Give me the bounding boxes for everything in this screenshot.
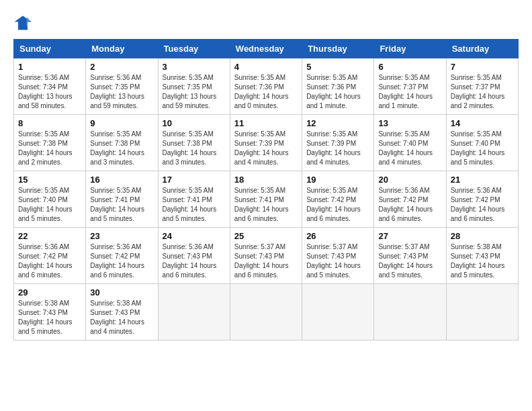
day-info: Sunrise: 5:35 AM Sunset: 7:36 PM Dayligh… [306,73,369,111]
day-number: 16 [90,175,153,185]
calendar-cell: 26Sunrise: 5:37 AM Sunset: 7:43 PM Dayli… [302,228,374,284]
calendar-cell: 28Sunrise: 5:38 AM Sunset: 7:43 PM Dayli… [446,228,518,284]
day-info: Sunrise: 5:35 AM Sunset: 7:38 PM Dayligh… [163,130,226,167]
day-info: Sunrise: 5:36 AM Sunset: 7:34 PM Dayligh… [18,73,81,111]
calendar-cell: 14Sunrise: 5:35 AM Sunset: 7:40 PM Dayli… [446,115,518,171]
day-number: 9 [90,118,153,128]
calendar-cell: 5Sunrise: 5:35 AM Sunset: 7:36 PM Daylig… [302,58,374,115]
day-number: 13 [378,118,441,128]
day-info: Sunrise: 5:37 AM Sunset: 7:43 PM Dayligh… [306,242,369,280]
weekday-header-monday: Monday [86,40,158,58]
day-number: 25 [234,231,298,241]
calendar-cell: 2Sunrise: 5:36 AM Sunset: 7:35 PM Daylig… [86,58,158,115]
day-info: Sunrise: 5:36 AM Sunset: 7:43 PM Dayligh… [163,242,226,280]
day-info: Sunrise: 5:38 AM Sunset: 7:43 PM Dayligh… [451,242,514,280]
day-number: 18 [234,175,298,185]
day-info: Sunrise: 5:35 AM Sunset: 7:40 PM Dayligh… [18,186,81,224]
logo [13,13,35,32]
day-info: Sunrise: 5:37 AM Sunset: 7:43 PM Dayligh… [378,242,441,280]
day-number: 2 [90,62,153,72]
day-info: Sunrise: 5:35 AM Sunset: 7:38 PM Dayligh… [18,130,81,167]
day-info: Sunrise: 5:37 AM Sunset: 7:43 PM Dayligh… [234,242,298,280]
calendar-week-1: 1Sunrise: 5:36 AM Sunset: 7:34 PM Daylig… [14,58,519,115]
day-number: 24 [163,231,226,241]
day-info: Sunrise: 5:36 AM Sunset: 7:42 PM Dayligh… [18,242,81,280]
day-number: 29 [18,287,81,298]
calendar-cell: 16Sunrise: 5:35 AM Sunset: 7:41 PM Dayli… [86,171,158,228]
calendar-cell: 29Sunrise: 5:38 AM Sunset: 7:43 PM Dayli… [14,284,86,340]
weekday-row: SundayMondayTuesdayWednesdayThursdayFrid… [14,40,519,58]
calendar-cell [230,284,302,340]
calendar-cell [158,284,230,340]
day-number: 7 [451,62,514,72]
calendar-body: 1Sunrise: 5:36 AM Sunset: 7:34 PM Daylig… [14,58,519,340]
day-info: Sunrise: 5:35 AM Sunset: 7:41 PM Dayligh… [90,186,153,224]
day-number: 10 [163,118,226,128]
calendar-cell: 21Sunrise: 5:36 AM Sunset: 7:42 PM Dayli… [446,171,518,228]
page-header [13,13,519,32]
day-info: Sunrise: 5:35 AM Sunset: 7:37 PM Dayligh… [451,73,514,111]
calendar-cell: 6Sunrise: 5:35 AM Sunset: 7:37 PM Daylig… [374,58,446,115]
weekday-header-wednesday: Wednesday [230,40,302,58]
day-number: 3 [163,62,226,72]
day-info: Sunrise: 5:35 AM Sunset: 7:38 PM Dayligh… [90,130,153,167]
calendar-cell: 15Sunrise: 5:35 AM Sunset: 7:40 PM Dayli… [14,171,86,228]
calendar-cell [446,284,518,340]
calendar-cell: 7Sunrise: 5:35 AM Sunset: 7:37 PM Daylig… [446,58,518,115]
calendar-cell: 4Sunrise: 5:35 AM Sunset: 7:36 PM Daylig… [230,58,302,115]
calendar-cell: 20Sunrise: 5:36 AM Sunset: 7:42 PM Dayli… [374,171,446,228]
calendar-week-2: 8Sunrise: 5:35 AM Sunset: 7:38 PM Daylig… [14,115,519,171]
day-number: 28 [451,231,514,241]
calendar-cell: 25Sunrise: 5:37 AM Sunset: 7:43 PM Dayli… [230,228,302,284]
day-info: Sunrise: 5:38 AM Sunset: 7:43 PM Dayligh… [18,299,81,336]
day-info: Sunrise: 5:36 AM Sunset: 7:42 PM Dayligh… [90,242,153,280]
day-info: Sunrise: 5:35 AM Sunset: 7:35 PM Dayligh… [163,73,226,111]
calendar-cell: 11Sunrise: 5:35 AM Sunset: 7:39 PM Dayli… [230,115,302,171]
weekday-header-thursday: Thursday [302,40,374,58]
day-number: 21 [451,175,514,185]
calendar-header: SundayMondayTuesdayWednesdayThursdayFrid… [14,40,519,58]
day-number: 17 [163,175,226,185]
calendar-cell: 30Sunrise: 5:38 AM Sunset: 7:43 PM Dayli… [86,284,158,340]
calendar-cell: 27Sunrise: 5:37 AM Sunset: 7:43 PM Dayli… [374,228,446,284]
weekday-header-tuesday: Tuesday [158,40,230,58]
day-number: 19 [306,175,369,185]
day-info: Sunrise: 5:35 AM Sunset: 7:36 PM Dayligh… [234,73,298,111]
calendar-cell: 3Sunrise: 5:35 AM Sunset: 7:35 PM Daylig… [158,58,230,115]
calendar-cell: 18Sunrise: 5:35 AM Sunset: 7:41 PM Dayli… [230,171,302,228]
calendar-cell: 13Sunrise: 5:35 AM Sunset: 7:40 PM Dayli… [374,115,446,171]
calendar-cell: 10Sunrise: 5:35 AM Sunset: 7:38 PM Dayli… [158,115,230,171]
day-info: Sunrise: 5:35 AM Sunset: 7:37 PM Dayligh… [378,73,441,111]
day-info: Sunrise: 5:35 AM Sunset: 7:39 PM Dayligh… [306,130,369,167]
day-info: Sunrise: 5:35 AM Sunset: 7:42 PM Dayligh… [306,186,369,224]
day-info: Sunrise: 5:35 AM Sunset: 7:40 PM Dayligh… [378,130,441,167]
calendar-cell: 24Sunrise: 5:36 AM Sunset: 7:43 PM Dayli… [158,228,230,284]
day-number: 20 [378,175,441,185]
day-number: 23 [90,231,153,241]
calendar-cell: 22Sunrise: 5:36 AM Sunset: 7:42 PM Dayli… [14,228,86,284]
day-number: 8 [18,118,81,128]
weekday-header-saturday: Saturday [446,40,518,58]
calendar-cell [374,284,446,340]
calendar-week-4: 22Sunrise: 5:36 AM Sunset: 7:42 PM Dayli… [14,228,519,284]
day-number: 4 [234,62,298,72]
weekday-header-sunday: Sunday [14,40,86,58]
day-number: 6 [378,62,441,72]
logo-icon [13,13,32,32]
day-info: Sunrise: 5:36 AM Sunset: 7:42 PM Dayligh… [378,186,441,224]
calendar-cell: 1Sunrise: 5:36 AM Sunset: 7:34 PM Daylig… [14,58,86,115]
day-info: Sunrise: 5:35 AM Sunset: 7:41 PM Dayligh… [163,186,226,224]
calendar-cell: 17Sunrise: 5:35 AM Sunset: 7:41 PM Dayli… [158,171,230,228]
day-number: 15 [18,175,81,185]
day-number: 26 [306,231,369,241]
calendar-cell [302,284,374,340]
calendar-table: SundayMondayTuesdayWednesdayThursdayFrid… [13,39,519,340]
day-number: 27 [378,231,441,241]
day-number: 22 [18,231,81,241]
day-number: 30 [90,287,153,298]
day-number: 14 [451,118,514,128]
day-info: Sunrise: 5:35 AM Sunset: 7:39 PM Dayligh… [234,130,298,167]
day-number: 11 [234,118,298,128]
day-info: Sunrise: 5:36 AM Sunset: 7:42 PM Dayligh… [451,186,514,224]
calendar-week-5: 29Sunrise: 5:38 AM Sunset: 7:43 PM Dayli… [14,284,519,340]
